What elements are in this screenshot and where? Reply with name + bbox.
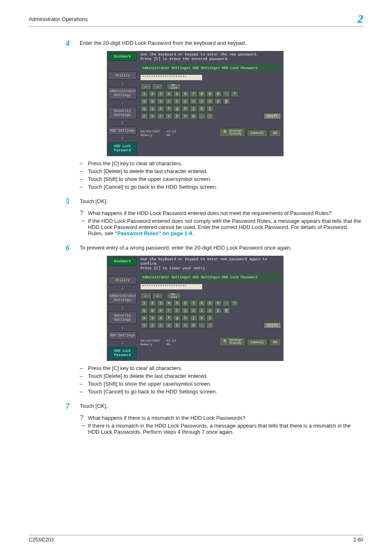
key-c[interactable]: c bbox=[157, 113, 164, 119]
key-^[interactable]: ^ bbox=[231, 300, 238, 306]
delete-key[interactable]: De- lete bbox=[167, 293, 181, 299]
key-u[interactable]: u bbox=[190, 308, 197, 314]
key-j[interactable]: j bbox=[190, 106, 197, 112]
key-a[interactable]: a bbox=[141, 106, 148, 112]
key-c[interactable]: c bbox=[157, 322, 164, 328]
key-h[interactable]: h bbox=[182, 315, 189, 321]
ok-button[interactable]: OK bbox=[269, 339, 281, 346]
key-t[interactable]: t bbox=[173, 308, 181, 314]
key-d[interactable]: d bbox=[157, 106, 164, 112]
bookmark-button[interactable]: Bookmark bbox=[108, 257, 137, 266]
key-1[interactable]: 1 bbox=[141, 91, 148, 97]
key-o[interactable]: o bbox=[206, 98, 214, 104]
password-input[interactable]: ******************** bbox=[141, 284, 202, 289]
key-o[interactable]: o bbox=[206, 308, 214, 314]
key-4[interactable]: 4 bbox=[165, 91, 173, 97]
key-p[interactable]: p bbox=[214, 98, 222, 104]
key-8[interactable]: 8 bbox=[198, 300, 205, 306]
enlarge-display-button[interactable]: 🔍Enlarge Display bbox=[219, 337, 245, 346]
key-q[interactable]: q bbox=[141, 98, 148, 104]
key-t[interactable]: t bbox=[173, 98, 181, 104]
key-3[interactable]: 3 bbox=[157, 300, 164, 306]
key-@[interactable]: @ bbox=[223, 98, 230, 104]
key-5[interactable]: 5 bbox=[173, 91, 181, 97]
password-rules-link[interactable]: "Password Rules" on page 1-8 bbox=[115, 230, 192, 236]
key-3[interactable]: 3 bbox=[157, 91, 164, 97]
sidebar-administrator-settings[interactable]: Administrator Settings bbox=[108, 292, 137, 304]
shift-key[interactable]: Shift bbox=[264, 113, 281, 119]
cancel-button[interactable]: Cancel bbox=[247, 130, 267, 137]
key-k[interactable]: k bbox=[198, 106, 205, 112]
key-z[interactable]: z bbox=[141, 113, 148, 119]
key-n[interactable]: n bbox=[182, 113, 189, 119]
sidebar-security-settings[interactable]: Security Settings bbox=[108, 312, 137, 324]
key-x[interactable]: x bbox=[149, 322, 156, 328]
key-r[interactable]: r bbox=[165, 98, 173, 104]
key-g[interactable]: g bbox=[173, 106, 181, 112]
key-0[interactable]: 0 bbox=[214, 91, 222, 97]
key--[interactable]: - bbox=[223, 300, 230, 306]
key-5[interactable]: 5 bbox=[173, 300, 181, 306]
cursor-right-key[interactable]: → bbox=[152, 293, 163, 299]
key-j[interactable]: j bbox=[190, 315, 197, 321]
key-x[interactable]: x bbox=[149, 113, 156, 119]
key--[interactable]: - bbox=[223, 91, 230, 97]
key-/[interactable]: / bbox=[206, 113, 214, 119]
key-f[interactable]: f bbox=[165, 106, 173, 112]
key-p[interactable]: p bbox=[214, 308, 222, 314]
key-s[interactable]: s bbox=[149, 106, 156, 112]
key-a[interactable]: a bbox=[141, 315, 148, 321]
sidebar-utility[interactable]: Utility bbox=[108, 72, 137, 80]
key-/[interactable]: / bbox=[206, 322, 214, 328]
key-k[interactable]: k bbox=[198, 315, 205, 321]
key-q[interactable]: q bbox=[141, 308, 148, 314]
key-0[interactable]: 0 bbox=[214, 300, 222, 306]
sidebar-hdd-settings[interactable]: HDD Settings bbox=[108, 331, 137, 340]
cursor-left-key[interactable]: ← bbox=[141, 83, 151, 90]
key-@[interactable]: @ bbox=[223, 308, 230, 314]
key-.[interactable]: . bbox=[198, 113, 205, 119]
password-input[interactable]: ******************** bbox=[141, 75, 202, 80]
key-v[interactable]: v bbox=[165, 322, 173, 328]
key-i[interactable]: i bbox=[198, 308, 205, 314]
key-l[interactable]: l bbox=[206, 315, 214, 321]
key-d[interactable]: d bbox=[157, 315, 164, 321]
key-6[interactable]: 6 bbox=[182, 91, 189, 97]
key-e[interactable]: e bbox=[157, 308, 164, 314]
key-m[interactable]: m bbox=[190, 113, 197, 119]
bookmark-button[interactable]: Bookmark bbox=[108, 53, 137, 61]
cursor-left-key[interactable]: ← bbox=[141, 293, 151, 299]
key-w[interactable]: w bbox=[149, 308, 156, 314]
key-u[interactable]: u bbox=[190, 98, 197, 104]
key-h[interactable]: h bbox=[182, 106, 189, 112]
key-f[interactable]: f bbox=[165, 315, 173, 321]
key-9[interactable]: 9 bbox=[206, 300, 214, 306]
key-e[interactable]: e bbox=[157, 98, 164, 104]
key-8[interactable]: 8 bbox=[198, 91, 205, 97]
key-g[interactable]: g bbox=[173, 315, 181, 321]
key-b[interactable]: b bbox=[173, 322, 181, 328]
key-r[interactable]: r bbox=[165, 308, 173, 314]
key-^[interactable]: ^ bbox=[231, 91, 238, 97]
sidebar-security-settings[interactable]: Security Settings bbox=[108, 107, 137, 119]
key-9[interactable]: 9 bbox=[206, 91, 214, 97]
key-v[interactable]: v bbox=[165, 113, 173, 119]
key-2[interactable]: 2 bbox=[149, 300, 156, 306]
key-y[interactable]: y bbox=[182, 308, 189, 314]
delete-key[interactable]: De- lete bbox=[167, 83, 181, 90]
key-n[interactable]: n bbox=[182, 322, 189, 328]
shift-key[interactable]: Shift bbox=[264, 322, 281, 328]
sidebar-administrator-settings[interactable]: Administrator Settings bbox=[108, 87, 137, 99]
key-4[interactable]: 4 bbox=[165, 300, 173, 306]
key-s[interactable]: s bbox=[149, 315, 156, 321]
key-l[interactable]: l bbox=[206, 106, 214, 112]
ok-button[interactable]: OK bbox=[269, 130, 281, 137]
cursor-right-key[interactable]: → bbox=[152, 83, 163, 90]
key-w[interactable]: w bbox=[149, 98, 156, 104]
key-m[interactable]: m bbox=[190, 322, 197, 328]
enlarge-display-button[interactable]: 🔍Enlarge Display bbox=[219, 128, 245, 137]
sidebar-utility[interactable]: Utility bbox=[108, 276, 137, 284]
key-7[interactable]: 7 bbox=[190, 300, 197, 306]
key-6[interactable]: 6 bbox=[182, 300, 189, 306]
key-2[interactable]: 2 bbox=[149, 91, 156, 97]
